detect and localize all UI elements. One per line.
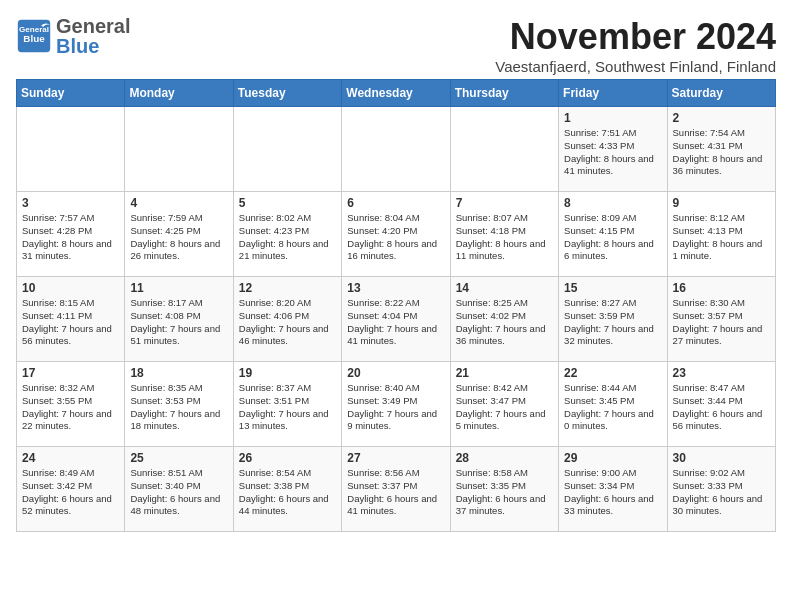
day-info: Sunrise: 8:40 AM Sunset: 3:49 PM Dayligh… (347, 382, 444, 433)
header: General Blue General Blue November 2024 … (16, 16, 776, 75)
day-info: Sunrise: 8:44 AM Sunset: 3:45 PM Dayligh… (564, 382, 661, 433)
location-subtitle: Vaestanfjaerd, Southwest Finland, Finlan… (495, 58, 776, 75)
calendar-cell: 24Sunrise: 8:49 AM Sunset: 3:42 PM Dayli… (17, 447, 125, 532)
day-number: 1 (564, 111, 661, 125)
day-number: 15 (564, 281, 661, 295)
calendar-cell: 19Sunrise: 8:37 AM Sunset: 3:51 PM Dayli… (233, 362, 341, 447)
day-info: Sunrise: 8:02 AM Sunset: 4:23 PM Dayligh… (239, 212, 336, 263)
day-number: 13 (347, 281, 444, 295)
weekday-header-saturday: Saturday (667, 80, 775, 107)
calendar-cell: 5Sunrise: 8:02 AM Sunset: 4:23 PM Daylig… (233, 192, 341, 277)
day-number: 5 (239, 196, 336, 210)
day-number: 11 (130, 281, 227, 295)
day-number: 22 (564, 366, 661, 380)
day-info: Sunrise: 7:51 AM Sunset: 4:33 PM Dayligh… (564, 127, 661, 178)
calendar-cell: 17Sunrise: 8:32 AM Sunset: 3:55 PM Dayli… (17, 362, 125, 447)
day-info: Sunrise: 8:12 AM Sunset: 4:13 PM Dayligh… (673, 212, 770, 263)
weekday-header-friday: Friday (559, 80, 667, 107)
calendar-cell: 18Sunrise: 8:35 AM Sunset: 3:53 PM Dayli… (125, 362, 233, 447)
day-info: Sunrise: 8:20 AM Sunset: 4:06 PM Dayligh… (239, 297, 336, 348)
day-number: 18 (130, 366, 227, 380)
weekday-header-thursday: Thursday (450, 80, 558, 107)
day-info: Sunrise: 8:09 AM Sunset: 4:15 PM Dayligh… (564, 212, 661, 263)
day-number: 27 (347, 451, 444, 465)
day-number: 7 (456, 196, 553, 210)
calendar-cell: 3Sunrise: 7:57 AM Sunset: 4:28 PM Daylig… (17, 192, 125, 277)
day-info: Sunrise: 8:51 AM Sunset: 3:40 PM Dayligh… (130, 467, 227, 518)
day-number: 20 (347, 366, 444, 380)
day-info: Sunrise: 8:27 AM Sunset: 3:59 PM Dayligh… (564, 297, 661, 348)
day-info: Sunrise: 8:54 AM Sunset: 3:38 PM Dayligh… (239, 467, 336, 518)
day-info: Sunrise: 8:30 AM Sunset: 3:57 PM Dayligh… (673, 297, 770, 348)
calendar-cell: 23Sunrise: 8:47 AM Sunset: 3:44 PM Dayli… (667, 362, 775, 447)
weekday-header-tuesday: Tuesday (233, 80, 341, 107)
calendar-cell: 30Sunrise: 9:02 AM Sunset: 3:33 PM Dayli… (667, 447, 775, 532)
day-number: 10 (22, 281, 119, 295)
day-number: 12 (239, 281, 336, 295)
calendar-cell: 11Sunrise: 8:17 AM Sunset: 4:08 PM Dayli… (125, 277, 233, 362)
weekday-header-monday: Monday (125, 80, 233, 107)
day-info: Sunrise: 7:59 AM Sunset: 4:25 PM Dayligh… (130, 212, 227, 263)
day-number: 3 (22, 196, 119, 210)
title-block: November 2024 Vaestanfjaerd, Southwest F… (495, 16, 776, 75)
day-info: Sunrise: 8:58 AM Sunset: 3:35 PM Dayligh… (456, 467, 553, 518)
week-row-3: 17Sunrise: 8:32 AM Sunset: 3:55 PM Dayli… (17, 362, 776, 447)
day-info: Sunrise: 8:47 AM Sunset: 3:44 PM Dayligh… (673, 382, 770, 433)
calendar-cell: 9Sunrise: 8:12 AM Sunset: 4:13 PM Daylig… (667, 192, 775, 277)
svg-text:Blue: Blue (23, 33, 45, 44)
calendar-cell: 25Sunrise: 8:51 AM Sunset: 3:40 PM Dayli… (125, 447, 233, 532)
day-info: Sunrise: 8:25 AM Sunset: 4:02 PM Dayligh… (456, 297, 553, 348)
day-info: Sunrise: 8:49 AM Sunset: 3:42 PM Dayligh… (22, 467, 119, 518)
day-info: Sunrise: 7:57 AM Sunset: 4:28 PM Dayligh… (22, 212, 119, 263)
calendar-cell: 2Sunrise: 7:54 AM Sunset: 4:31 PM Daylig… (667, 107, 775, 192)
week-row-1: 3Sunrise: 7:57 AM Sunset: 4:28 PM Daylig… (17, 192, 776, 277)
day-info: Sunrise: 8:35 AM Sunset: 3:53 PM Dayligh… (130, 382, 227, 433)
calendar-cell: 4Sunrise: 7:59 AM Sunset: 4:25 PM Daylig… (125, 192, 233, 277)
day-number: 14 (456, 281, 553, 295)
day-number: 29 (564, 451, 661, 465)
calendar-cell: 26Sunrise: 8:54 AM Sunset: 3:38 PM Dayli… (233, 447, 341, 532)
calendar-cell (450, 107, 558, 192)
weekday-header-sunday: Sunday (17, 80, 125, 107)
calendar-cell: 14Sunrise: 8:25 AM Sunset: 4:02 PM Dayli… (450, 277, 558, 362)
day-info: Sunrise: 8:04 AM Sunset: 4:20 PM Dayligh… (347, 212, 444, 263)
day-number: 4 (130, 196, 227, 210)
calendar-header: SundayMondayTuesdayWednesdayThursdayFrid… (17, 80, 776, 107)
day-info: Sunrise: 9:00 AM Sunset: 3:34 PM Dayligh… (564, 467, 661, 518)
day-info: Sunrise: 8:37 AM Sunset: 3:51 PM Dayligh… (239, 382, 336, 433)
week-row-2: 10Sunrise: 8:15 AM Sunset: 4:11 PM Dayli… (17, 277, 776, 362)
calendar-cell: 29Sunrise: 9:00 AM Sunset: 3:34 PM Dayli… (559, 447, 667, 532)
day-number: 8 (564, 196, 661, 210)
day-info: Sunrise: 8:17 AM Sunset: 4:08 PM Dayligh… (130, 297, 227, 348)
calendar-cell (342, 107, 450, 192)
day-info: Sunrise: 8:42 AM Sunset: 3:47 PM Dayligh… (456, 382, 553, 433)
calendar-cell: 16Sunrise: 8:30 AM Sunset: 3:57 PM Dayli… (667, 277, 775, 362)
calendar-cell (125, 107, 233, 192)
logo: General Blue General Blue (16, 16, 130, 56)
logo-icon: General Blue (16, 18, 52, 54)
week-row-0: 1Sunrise: 7:51 AM Sunset: 4:33 PM Daylig… (17, 107, 776, 192)
day-number: 26 (239, 451, 336, 465)
day-number: 24 (22, 451, 119, 465)
month-title: November 2024 (495, 16, 776, 58)
weekday-header-wednesday: Wednesday (342, 80, 450, 107)
day-number: 6 (347, 196, 444, 210)
day-number: 25 (130, 451, 227, 465)
calendar-cell: 15Sunrise: 8:27 AM Sunset: 3:59 PM Dayli… (559, 277, 667, 362)
day-info: Sunrise: 8:56 AM Sunset: 3:37 PM Dayligh… (347, 467, 444, 518)
day-info: Sunrise: 9:02 AM Sunset: 3:33 PM Dayligh… (673, 467, 770, 518)
calendar-cell: 13Sunrise: 8:22 AM Sunset: 4:04 PM Dayli… (342, 277, 450, 362)
logo-text: General Blue (56, 16, 130, 56)
calendar-cell: 1Sunrise: 7:51 AM Sunset: 4:33 PM Daylig… (559, 107, 667, 192)
calendar-cell: 10Sunrise: 8:15 AM Sunset: 4:11 PM Dayli… (17, 277, 125, 362)
day-number: 2 (673, 111, 770, 125)
day-info: Sunrise: 8:15 AM Sunset: 4:11 PM Dayligh… (22, 297, 119, 348)
day-number: 30 (673, 451, 770, 465)
day-number: 21 (456, 366, 553, 380)
calendar-cell (233, 107, 341, 192)
day-info: Sunrise: 7:54 AM Sunset: 4:31 PM Dayligh… (673, 127, 770, 178)
week-row-4: 24Sunrise: 8:49 AM Sunset: 3:42 PM Dayli… (17, 447, 776, 532)
calendar-cell (17, 107, 125, 192)
calendar-cell: 22Sunrise: 8:44 AM Sunset: 3:45 PM Dayli… (559, 362, 667, 447)
calendar-table: SundayMondayTuesdayWednesdayThursdayFrid… (16, 79, 776, 532)
